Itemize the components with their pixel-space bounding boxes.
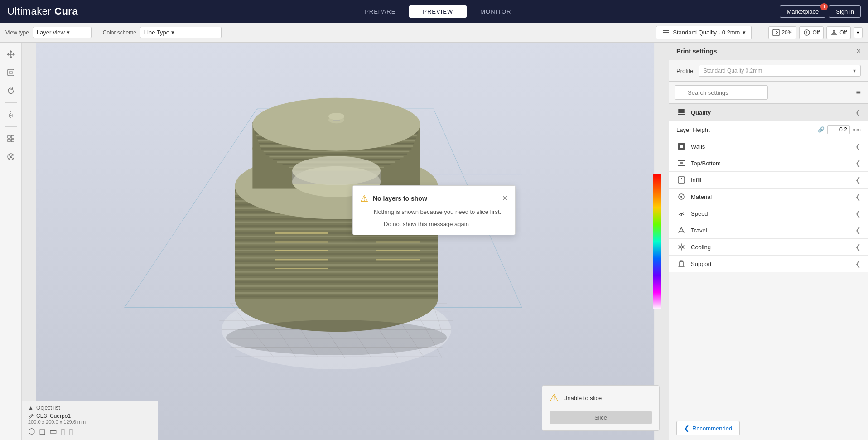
object-dimensions: 200.0 x 200.0 x 129.6 mm (28, 419, 151, 425)
per-model-settings-tool[interactable] (3, 131, 19, 147)
svg-rect-10 (8, 139, 10, 142)
infill-button[interactable]: 20% (768, 26, 796, 39)
object-right-view-icon[interactable]: ▯ (61, 426, 65, 436)
settings-item-support[interactable]: Support ❮ (669, 256, 868, 272)
print-settings-profile-row: Profile Standard Quality 0.2mm ▾ (669, 60, 868, 82)
object-entry: CE3_Cuerpo1 200.0 x 200.0 x 129.6 mm ⬡ ◻… (28, 413, 151, 436)
bottom-object-panel: ▲ Object list CE3_Cuerpo1 200.0 x 200.0 … (22, 401, 158, 440)
svg-rect-7 (10, 71, 12, 74)
tool-separator-2 (5, 126, 17, 127)
dialog-close-button[interactable]: ✕ (502, 194, 508, 203)
dialog-checkbox-label: Do not show this message again (384, 221, 469, 227)
svg-rect-110 (678, 114, 685, 115)
support-button[interactable]: Off (799, 26, 824, 39)
svg-rect-100 (275, 250, 328, 251)
layer-height-unit: mm (853, 127, 861, 132)
category-quality[interactable]: Quality ❮ (669, 104, 868, 121)
dialog-box: ⚠ No layers to show ✕ Nothing is shown b… (352, 185, 516, 235)
quality-button[interactable]: Standard Quality - 0.2mm ▾ (656, 26, 752, 39)
svg-point-123 (681, 215, 682, 216)
settings-item-speed[interactable]: Speed ❮ (669, 205, 868, 222)
nav-tabs: PREPARE PREVIEW MONITOR (96, 5, 780, 18)
svg-rect-47 (235, 236, 438, 237)
print-settings-close-button[interactable]: × (857, 47, 861, 55)
object-front-view-icon[interactable]: ◻ (39, 426, 46, 436)
svg-rect-5 (833, 30, 835, 33)
svg-rect-102 (275, 268, 328, 269)
object-list-header[interactable]: ▲ Object list (28, 405, 151, 411)
svg-rect-59 (235, 278, 438, 280)
object-3d-view-icon[interactable]: ⬡ (28, 426, 35, 436)
material-label: Material (691, 193, 712, 200)
travel-icon (676, 225, 686, 235)
layer-height-input[interactable] (827, 125, 850, 134)
tab-monitor[interactable]: MONITOR (467, 5, 525, 18)
settings-item-cooling[interactable]: Cooling ❮ (669, 239, 868, 256)
mirror-icon (6, 110, 15, 119)
recommended-button[interactable]: ❮ Recommended (676, 421, 740, 435)
infill-chevron-icon: ❮ (855, 176, 861, 184)
adhesion-icon (830, 29, 838, 36)
settings-item-topbottom[interactable]: Top/Bottom ❮ (669, 155, 868, 172)
edit-icon (28, 413, 34, 419)
infill-label: Infill (691, 177, 701, 184)
marketplace-button[interactable]: Marketplace 1 (780, 5, 825, 18)
svg-rect-57 (235, 271, 438, 273)
main-layout: Print settings × Profile Standard Qualit… (0, 43, 868, 440)
support-label: Support (691, 261, 712, 267)
unable-to-slice-text: Unable to slice (563, 395, 602, 401)
dialog-checkbox[interactable] (374, 221, 380, 227)
settings-item-infill[interactable]: Infill ❮ (669, 172, 868, 189)
mirror-tool[interactable] (3, 106, 19, 123)
tab-prepare[interactable]: PREPARE (351, 5, 409, 18)
profile-select[interactable]: Standard Quality 0.2mm ▾ (699, 65, 861, 77)
cooling-chevron-icon: ❮ (855, 243, 861, 251)
left-toolbar (0, 43, 22, 440)
topbottom-label: Top/Bottom (691, 160, 721, 167)
view-type-group: View type Layer view ▾ (5, 27, 92, 38)
scale-tool[interactable] (3, 64, 19, 81)
svg-rect-52 (235, 253, 438, 255)
viewport[interactable] (22, 43, 669, 440)
layer-height-label: Layer Height (676, 126, 710, 133)
object-top-view-icon[interactable]: ▭ (49, 426, 57, 436)
toolbar-right: Standard Quality - 0.2mm ▾ 20% Off Off ▾ (656, 26, 863, 39)
walls-icon (676, 141, 686, 151)
signin-button[interactable]: Sign in (829, 5, 861, 18)
svg-point-91 (252, 98, 420, 151)
svg-rect-99 (275, 242, 328, 243)
layer-color-strip (653, 174, 661, 309)
svg-rect-6 (8, 69, 14, 76)
support-blocker-tool[interactable] (3, 149, 19, 165)
svg-point-94 (292, 156, 381, 185)
toolbar-divider-1 (97, 26, 97, 39)
svg-rect-114 (678, 148, 685, 150)
settings-item-walls[interactable]: Walls ❮ (669, 138, 868, 155)
settings-list: Quality ❮ Layer Height 🔗 mm (669, 104, 868, 416)
rotate-tool[interactable] (3, 82, 19, 99)
color-scheme-select[interactable]: Line Type ▾ (140, 27, 222, 38)
travel-label: Travel (691, 227, 707, 234)
print-settings-header: Print settings × (669, 43, 868, 60)
adhesion-button[interactable]: Off (826, 26, 851, 39)
search-settings-input[interactable] (675, 85, 768, 100)
settings-item-material[interactable]: Material ❮ (669, 189, 868, 205)
settings-menu-icon[interactable]: ≡ (854, 86, 863, 99)
svg-point-125 (680, 246, 683, 248)
tab-preview[interactable]: PREVIEW (409, 5, 467, 18)
svg-rect-50 (235, 246, 438, 248)
svg-rect-64 (235, 295, 438, 297)
object-left-view-icon[interactable]: ▯ (69, 426, 73, 436)
cooling-label: Cooling (691, 244, 711, 251)
settings-item-travel[interactable]: Travel ❮ (669, 222, 868, 239)
scale-icon (6, 68, 15, 77)
slice-button[interactable]: Slice (550, 411, 652, 424)
topbottom-icon (676, 158, 686, 168)
search-wrap: 🔍 (675, 85, 850, 100)
move-tool[interactable] (3, 46, 19, 63)
settings-expand-button[interactable]: ▾ (854, 27, 863, 38)
view-type-select[interactable]: Layer view ▾ (33, 27, 92, 38)
svg-rect-9 (11, 135, 14, 138)
speed-icon (676, 208, 686, 218)
svg-rect-48 (235, 239, 438, 241)
